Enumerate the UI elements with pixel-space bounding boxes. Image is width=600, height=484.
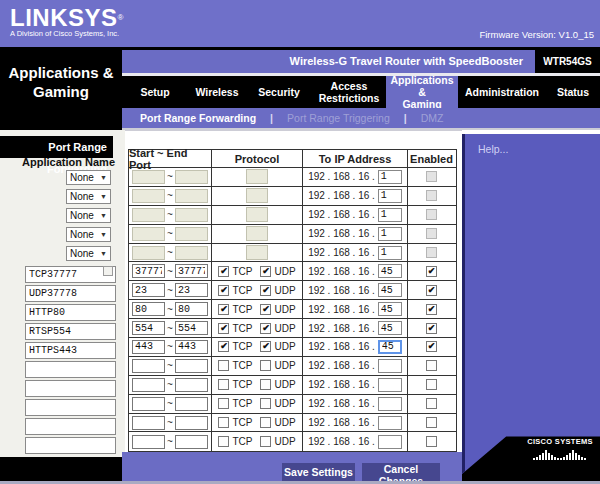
start-port-input[interactable] <box>132 283 165 297</box>
end-port-input[interactable] <box>175 397 208 411</box>
end-port-input[interactable] <box>175 321 208 335</box>
udp-checkbox[interactable] <box>260 417 271 428</box>
application-name-input[interactable] <box>25 399 116 416</box>
end-port-input[interactable] <box>175 378 208 392</box>
application-name-input[interactable] <box>25 323 116 340</box>
udp-checkbox[interactable]: ✔ <box>260 266 271 277</box>
udp-checkbox[interactable] <box>260 436 271 447</box>
enabled-checkbox[interactable] <box>426 417 437 428</box>
udp-checkbox[interactable]: ✔ <box>260 285 271 296</box>
end-port-input[interactable] <box>175 264 208 278</box>
enabled-checkbox[interactable]: ✔ <box>426 341 437 352</box>
start-port-input[interactable] <box>132 340 165 354</box>
ip-last-octet-input[interactable] <box>378 359 402 373</box>
help-link[interactable]: Help... <box>478 143 508 155</box>
application-preset-select[interactable]: None▼ <box>66 170 111 185</box>
tcp-checkbox[interactable] <box>218 436 229 447</box>
application-preset-select[interactable]: None▼ <box>66 246 111 261</box>
ip-prefix-label: 192 . 168 . 16 . <box>308 341 375 352</box>
application-name-input[interactable] <box>25 418 116 435</box>
application-name-input[interactable] <box>25 380 116 397</box>
start-port-input[interactable] <box>132 264 165 278</box>
tcp-checkbox[interactable]: ✔ <box>218 285 229 296</box>
subnav-port-range-triggering[interactable]: Port Range Triggering <box>287 112 390 124</box>
start-port-input[interactable] <box>132 302 165 316</box>
enabled-checkbox[interactable]: ✔ <box>426 285 437 296</box>
application-name-input[interactable] <box>25 342 116 359</box>
enabled-checkbox[interactable]: ✔ <box>426 266 437 277</box>
enabled-checkbox[interactable] <box>426 360 437 371</box>
enabled-checkbox[interactable] <box>426 398 437 409</box>
ip-cell: 192 . 168 . 16 . <box>303 414 408 432</box>
udp-checkbox[interactable] <box>260 398 271 409</box>
ip-last-octet-input[interactable] <box>378 189 402 203</box>
udp-checkbox[interactable] <box>260 379 271 390</box>
ip-last-octet-input[interactable] <box>378 283 402 297</box>
tcp-checkbox[interactable]: ✔ <box>218 304 229 315</box>
tab-applications-gaming[interactable]: Applications & Gaming <box>386 76 458 108</box>
ip-last-octet-input[interactable] <box>378 416 402 430</box>
application-name-input[interactable] <box>25 285 116 302</box>
ip-last-octet-input[interactable] <box>378 227 402 241</box>
start-port-input[interactable] <box>132 359 165 373</box>
application-name-input[interactable] <box>25 304 116 321</box>
application-name-input[interactable] <box>25 437 116 454</box>
application-preset-select[interactable]: None▼ <box>66 208 111 223</box>
enabled-checkbox[interactable] <box>426 436 437 447</box>
udp-checkbox[interactable]: ✔ <box>260 304 271 315</box>
subnav-port-range-forwarding[interactable]: Port Range Forwarding <box>140 112 256 124</box>
linksys-logo: LINKSYS® A Division of Cisco Systems, In… <box>10 4 123 38</box>
tab-status[interactable]: Status <box>546 76 600 108</box>
tab-access-restrictions[interactable]: Access Restrictions <box>312 76 386 108</box>
end-port-input[interactable] <box>175 283 208 297</box>
ip-last-octet-input[interactable] <box>378 397 402 411</box>
tcp-checkbox[interactable] <box>218 417 229 428</box>
save-settings-button[interactable]: Save Settings <box>282 463 355 481</box>
cisco-logo-text: Cisco Systems <box>527 437 593 446</box>
end-port-input[interactable] <box>175 359 208 373</box>
ip-last-octet-input[interactable] <box>378 435 402 449</box>
ip-last-octet-input[interactable] <box>378 302 402 316</box>
ip-prefix-label: 192 . 168 . 16 . <box>308 360 375 371</box>
ip-last-octet-input[interactable] <box>378 170 402 184</box>
application-name-input[interactable] <box>25 361 116 378</box>
ip-last-octet-input[interactable] <box>378 264 402 278</box>
application-preset-select[interactable]: None▼ <box>66 189 111 204</box>
start-port-input[interactable] <box>132 321 165 335</box>
tcp-checkbox[interactable]: ✔ <box>218 341 229 352</box>
enabled-checkbox[interactable] <box>426 379 437 390</box>
start-port-input[interactable] <box>132 435 165 449</box>
ip-last-octet-input[interactable] <box>378 208 402 222</box>
udp-checkbox[interactable]: ✔ <box>260 341 271 352</box>
selected-value: None <box>70 172 94 183</box>
application-preset-select[interactable]: None▼ <box>66 227 111 242</box>
start-port-input[interactable] <box>132 378 165 392</box>
udp-checkbox[interactable] <box>260 360 271 371</box>
tcp-checkbox[interactable] <box>218 379 229 390</box>
end-port-input[interactable] <box>175 340 208 354</box>
tcp-checkbox[interactable] <box>218 398 229 409</box>
ip-prefix-label: 192 . 168 . 16 . <box>308 285 375 296</box>
tcp-checkbox[interactable]: ✔ <box>218 323 229 334</box>
tab-security[interactable]: Security <box>246 76 312 108</box>
enabled-checkbox[interactable]: ✔ <box>426 323 437 334</box>
start-port-input[interactable] <box>132 397 165 411</box>
tab-setup[interactable]: Setup <box>122 76 188 108</box>
enabled-checkbox[interactable]: ✔ <box>426 304 437 315</box>
ip-last-octet-input[interactable] <box>378 340 402 354</box>
tcp-checkbox[interactable] <box>218 360 229 371</box>
tcp-checkbox[interactable]: ✔ <box>218 266 229 277</box>
main-tabs: SetupWirelessSecurityAccess Restrictions… <box>122 76 600 108</box>
subnav-dmz[interactable]: DMZ <box>421 112 444 124</box>
end-port-input[interactable] <box>175 416 208 430</box>
ip-last-octet-input[interactable] <box>378 246 402 260</box>
tab-wireless[interactable]: Wireless <box>188 76 246 108</box>
start-port-input[interactable] <box>132 416 165 430</box>
end-port-input[interactable] <box>175 435 208 449</box>
cancel-changes-button[interactable]: Cancel Changes <box>362 463 440 481</box>
end-port-input[interactable] <box>175 302 208 316</box>
udp-checkbox[interactable]: ✔ <box>260 323 271 334</box>
tab-administration[interactable]: Administration <box>458 76 546 108</box>
ip-last-octet-input[interactable] <box>378 321 402 335</box>
ip-last-octet-input[interactable] <box>378 378 402 392</box>
